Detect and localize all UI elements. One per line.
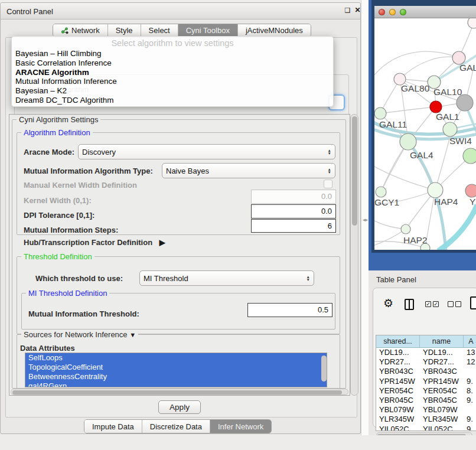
- tab-label: Infer Network: [218, 422, 263, 431]
- zoom-traffic-light-icon[interactable]: [400, 9, 406, 15]
- hub-definition-label[interactable]: Hub/Transcription Factor Definition ▶: [24, 238, 165, 247]
- tab-discretize-data[interactable]: Discretize Data: [142, 420, 210, 433]
- table-cell: YPR145W: [420, 377, 464, 386]
- table-panel-box: ⚙ ✓ ✓ shared...nameA YDL19...YDL19...13Y…: [373, 288, 476, 428]
- settings-hscroll-thumb[interactable]: [12, 390, 342, 394]
- settings-vscroll-thumb[interactable]: [352, 116, 357, 226]
- column-header-2[interactable]: name: [420, 335, 464, 347]
- algorithm-definition-title: Algorithm Definition: [21, 128, 93, 137]
- checked-checkbox-icon[interactable]: ✓: [433, 301, 439, 307]
- table-row[interactable]: YBR043CYBR043C: [376, 367, 476, 376]
- unchecked-checkbox-icon[interactable]: [448, 301, 454, 307]
- column-header-3[interactable]: A: [464, 335, 476, 347]
- manual-kernel-width-checkbox[interactable]: [324, 180, 332, 188]
- which-threshold-combobox[interactable]: MI Threshold ▲▼: [139, 270, 314, 286]
- network-node-labels: GALGAL80GAL10GAL1GAL11SWI4GAL4GCY1HAP4YH…: [374, 63, 476, 245]
- table-cell: YDL19...: [376, 348, 420, 357]
- table-header-row[interactable]: shared...nameA: [376, 335, 476, 348]
- table-cell: YLR345W: [376, 415, 420, 424]
- node-label: HAP2: [403, 235, 428, 245]
- algorithm-dropdown-list: Bayesian – Hill ClimbingBasic Correlatio…: [12, 49, 333, 105]
- network-canvas[interactable]: GALGAL80GAL10GAL1GAL11SWI4GAL4GCY1HAP4YH…: [374, 18, 476, 250]
- dropdown-item[interactable]: Bayesian – Hill Climbing: [12, 49, 333, 58]
- attribute-list-item[interactable]: BetweennessCentrality: [25, 372, 327, 381]
- aracne-mode-combobox[interactable]: Discovery ▲▼: [78, 144, 335, 159]
- document-icon[interactable]: [470, 296, 476, 309]
- mi-algorithm-type-combobox[interactable]: Naive Bayes ▲▼: [162, 163, 335, 178]
- tab-infer-network[interactable]: Infer Network: [210, 420, 271, 433]
- table-row[interactable]: YPR145WYPR145W9.: [376, 377, 476, 386]
- apply-button[interactable]: Apply: [158, 400, 201, 414]
- settings-vscroll-track[interactable]: [350, 114, 358, 396]
- gear-icon[interactable]: ⚙: [383, 298, 393, 309]
- attributes-list-scrollbar[interactable]: [321, 356, 327, 381]
- minimize-traffic-light-icon[interactable]: [389, 9, 396, 15]
- close-traffic-light-icon[interactable]: [379, 9, 385, 15]
- network-node-hap2[interactable]: [401, 224, 410, 234]
- table-panel-title: Table Panel: [376, 275, 416, 284]
- dropdown-item[interactable]: ARACNE Algorithm: [12, 68, 333, 77]
- dpi-tolerance-input[interactable]: 0.0: [251, 204, 336, 219]
- divider-grip-icon[interactable]: ◂▸: [363, 217, 368, 223]
- network-node-hap4[interactable]: [428, 182, 443, 198]
- network-node-y[interactable]: [465, 184, 476, 197]
- manual-kernel-width-label: Manual Kernel Width Definition: [24, 181, 137, 190]
- network-node-gal4[interactable]: [400, 133, 416, 150]
- network-node[interactable]: [468, 18, 476, 28]
- tab-jactivemnodules[interactable]: jActiveMNodules: [238, 24, 311, 37]
- float-window-icon[interactable]: ❑: [343, 6, 352, 15]
- table-row[interactable]: YBL079WYBL079W: [376, 405, 476, 415]
- node-table[interactable]: shared...nameA YDL19...YDL19...13YDR27..…: [376, 335, 476, 431]
- tab-impute-data[interactable]: Impute Data: [84, 420, 142, 433]
- expand-right-icon[interactable]: ▶: [159, 238, 165, 247]
- mi-steps-input[interactable]: 6: [251, 219, 336, 233]
- dropdown-item[interactable]: Dream8 DC_TDC Algorithm: [12, 96, 333, 105]
- column-header-1[interactable]: shared...: [376, 335, 420, 347]
- column-layout-icon[interactable]: [405, 299, 414, 310]
- table-row[interactable]: YBR045CYBR045C9.: [376, 396, 476, 405]
- tab-select[interactable]: Select: [141, 24, 178, 37]
- network-node-swi4[interactable]: [443, 122, 457, 136]
- kernel-width-input[interactable]: 0.0: [251, 190, 336, 204]
- mi-threshold-input[interactable]: 0.5: [247, 303, 332, 317]
- table-row[interactable]: YIL052CYIL052C9: [376, 425, 476, 432]
- dropdown-item[interactable]: Bayesian – K2: [12, 86, 333, 96]
- tab-style[interactable]: Style: [108, 24, 141, 37]
- panel-title: Control Panel: [6, 7, 53, 16]
- table-row[interactable]: YLR345WYLR345W9.: [376, 415, 476, 424]
- table-cell: 9.: [464, 396, 476, 405]
- network-node-gcy1[interactable]: [376, 187, 386, 197]
- table-cell: YDR27...: [376, 357, 420, 367]
- unchecked-checkbox-icon[interactable]: [455, 301, 461, 307]
- sources-group-title[interactable]: Sources for Network Inference ▼: [21, 330, 138, 339]
- tab-network[interactable]: Network: [53, 24, 108, 37]
- collapse-down-icon[interactable]: ▼: [129, 331, 136, 338]
- dpi-tolerance-label: DPI Tolerance [0,1]:: [24, 211, 94, 220]
- network-window-titlebar[interactable]: [374, 6, 476, 18]
- network-node[interactable]: [457, 94, 473, 111]
- attribute-list-item[interactable]: TopologicalCoefficient: [25, 363, 327, 372]
- network-node[interactable]: [463, 148, 476, 164]
- bottom-strip: [0, 435, 476, 450]
- table-cell: 12: [464, 357, 476, 367]
- table-cell: YER054C: [420, 386, 464, 396]
- settings-hscroll-track[interactable]: [11, 389, 348, 395]
- attribute-list-item[interactable]: gal4RGexp: [25, 381, 327, 387]
- table-panel-section: Table Panel ⚙ ✓ ✓ shared...nameA YDL19..…: [369, 270, 476, 435]
- table-row[interactable]: YDR27...YDR27...12: [376, 357, 476, 367]
- data-attributes-list[interactable]: SelfLoopsTopologicalCoefficientBetweenne…: [25, 353, 327, 387]
- which-threshold-value: MI Threshold: [144, 274, 307, 283]
- network-node-gal11[interactable]: [374, 107, 386, 119]
- table-rows[interactable]: YDL19...YDL19...13YDR27...YDR27...12YBR0…: [376, 348, 476, 431]
- algorithm-dropdown-popup: Select algorithm to view settings Bayesi…: [11, 36, 334, 107]
- table-row[interactable]: YER054CYER054C8.: [376, 386, 476, 396]
- dropdown-item[interactable]: Mutual Information Inference: [12, 77, 333, 86]
- checked-checkbox-icon[interactable]: ✓: [425, 301, 431, 307]
- table-cell: 9: [464, 425, 476, 432]
- dropdown-item[interactable]: Basic Correlation Inference: [12, 58, 333, 68]
- tab-cyni-toolbox[interactable]: Cyni Toolbox: [178, 24, 238, 37]
- network-node-gal1[interactable]: [430, 101, 442, 113]
- table-row[interactable]: YDL19...YDL19...13: [376, 348, 476, 357]
- attribute-list-item[interactable]: SelfLoops: [25, 353, 327, 363]
- table-cell: 8.: [464, 386, 476, 396]
